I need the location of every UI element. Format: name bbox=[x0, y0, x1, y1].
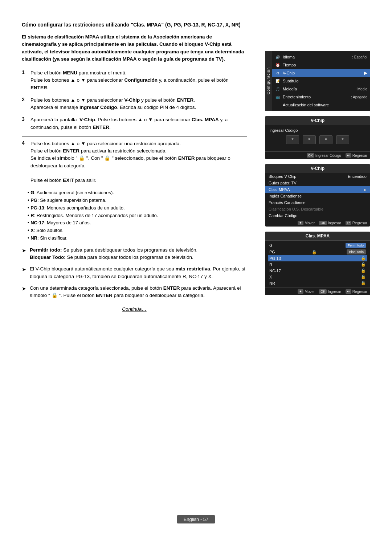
arrow-point-3: ➤ Con una determinada categoría seleccio… bbox=[22, 285, 247, 299]
footer-regresar-label: Regresar bbox=[352, 154, 367, 158]
footer-ingresar-4: OK Ingresar bbox=[319, 289, 341, 294]
cambiar-label: Cambiar Código bbox=[269, 213, 297, 218]
footer-regresar-label-3: Regresar bbox=[352, 221, 367, 225]
mpaa-pg13-label: PG-13 bbox=[269, 256, 282, 261]
ok-icon-4: OK bbox=[319, 289, 327, 294]
vchip-menu-footer: ✦ Mover OK Ingresar ↩ Regresar bbox=[265, 219, 370, 227]
frances-label: Francés Canadiense bbox=[269, 200, 306, 205]
step-1-content: Pulse el botón MENU para mostrar el menú… bbox=[30, 69, 247, 91]
sidebar-ui-panels: Configuración 🔊 Idioma : Español ⏰ Tiemp… bbox=[265, 51, 370, 300]
bloqueo-label: Bloqueo V-Chip bbox=[269, 174, 296, 179]
footer-mover-3: ✦ Mover bbox=[298, 221, 315, 225]
bullet-nr: NR: Sin clasificar. bbox=[28, 235, 247, 242]
vchip-arrow: ▶ bbox=[364, 70, 367, 76]
subtitulo-label: Subtítulo bbox=[283, 79, 367, 83]
tiempo-icon: ⏰ bbox=[275, 62, 281, 68]
clas-arrow: ▶ bbox=[364, 188, 367, 192]
step-1: 1 Pulse el botón MENU para mostrar el me… bbox=[22, 69, 247, 91]
mpaa-row-r: R 🔒 bbox=[268, 261, 367, 268]
bullet-r: R: Restringidos. Menores de 17 acompañad… bbox=[28, 212, 247, 220]
divider bbox=[22, 136, 247, 136]
vchip-menu-ingles: Inglés Canadiense bbox=[265, 193, 370, 199]
arrow-icon-1: ➤ bbox=[22, 247, 28, 254]
pin-dot-3: * bbox=[319, 135, 332, 144]
step-4-number: 4 bbox=[22, 140, 28, 146]
bullet-nc17: NC-17: Mayores de 17 años. bbox=[28, 219, 247, 227]
footer-regresar-label-4: Regresar bbox=[352, 290, 367, 294]
tiempo-label: Tiempo bbox=[283, 63, 365, 67]
ok-button-icon: OK bbox=[307, 153, 314, 158]
back-icon-4: ↩ bbox=[346, 289, 351, 294]
vchip-menu-guias: Guías pater. TV bbox=[265, 180, 370, 186]
idioma-label: Idioma bbox=[283, 55, 350, 59]
footer-ingresar-label-3: Ingresar bbox=[328, 221, 341, 225]
footer-mover-label-3: Mover bbox=[305, 221, 315, 225]
bullet-pg: PG: Se sugiere supervisión paterna. bbox=[28, 197, 247, 204]
mpaa-r-lock: 🔒 bbox=[361, 262, 366, 267]
mpaa-perm-btn: Perm. todo bbox=[346, 243, 366, 248]
mpaa-g-label: G bbox=[269, 243, 282, 248]
continua-link: Continúa… bbox=[22, 306, 247, 312]
mpaa-row-pg13: PG-13 🔒 bbox=[268, 255, 367, 261]
mpaa-x-label: X bbox=[269, 275, 282, 279]
step-2-number: 2 bbox=[22, 97, 28, 102]
back-button-icon: ↩ bbox=[346, 153, 351, 158]
mpaa-nr-label: NR bbox=[269, 281, 282, 285]
mpaa-x-lock: 🔒 bbox=[361, 274, 366, 279]
section-title: Cómo configurar las restricciones utiliz… bbox=[22, 22, 247, 28]
mpaa-pg-label: PG bbox=[269, 250, 282, 254]
bullet-x: X: Sólo adultos. bbox=[28, 227, 247, 235]
vchip-menu-label: V-Chip bbox=[283, 71, 362, 75]
footer-badge: English - 57 bbox=[177, 515, 215, 523]
footer-mover-4: ✦ Mover bbox=[298, 289, 315, 294]
mpaa-pg-lock: 🔒 bbox=[312, 250, 317, 254]
vchip-menu-clas: Clas. MPAA ▶ bbox=[265, 186, 370, 193]
step-2-content: Pulse los botones ▲ o ▼ para seleccionar… bbox=[30, 97, 196, 111]
entretenimiento-icon: 📺 bbox=[275, 94, 281, 100]
mpaa-nr-lock: 🔒 bbox=[361, 281, 366, 285]
menu-item-tiempo: ⏰ Tiempo bbox=[272, 61, 370, 69]
mpaa-r-label: R bbox=[269, 262, 282, 267]
actualizacion-icon bbox=[275, 102, 281, 108]
entretenimiento-value: : Apagado bbox=[351, 95, 367, 99]
step-4: 4 Pulse los botones ▲ o ▼ para seleccion… bbox=[22, 140, 247, 184]
ingresar-codigo-label: Ingresar Código bbox=[269, 128, 366, 133]
intro-paragraph: El sistema de clasificación MPAA utiliza… bbox=[22, 33, 247, 63]
footer-regresar-4: ↩ Regresar bbox=[346, 289, 367, 294]
mpaa-footer: ✦ Mover OK Ingresar ↩ Regresar bbox=[265, 288, 370, 295]
step-2: 2 Pulse los botones ▲ o ▼ para seleccion… bbox=[22, 97, 247, 111]
dpad-icon-3: ✦ bbox=[298, 221, 303, 225]
mpaa-row-nr: NR 🔒 bbox=[268, 280, 367, 286]
step-3-content: Aparecerá la pantalla V-Chip. Pulse los … bbox=[30, 116, 247, 131]
mpaa-panel: Clas. MPAA G Perm. todo PG 🔒 Bloq. todo … bbox=[265, 232, 370, 295]
idioma-value: : Español bbox=[352, 55, 367, 59]
mpaa-nc17-lock: 🔒 bbox=[361, 268, 366, 273]
bloqueo-value: : Encendido bbox=[346, 174, 367, 179]
menu-item-idioma: 🔊 Idioma : Español bbox=[272, 53, 370, 61]
mpaa-row-nc17: NC-17 🔒 bbox=[268, 268, 367, 274]
menu-item-vchip: ⚙ V-Chip ▶ bbox=[272, 69, 370, 77]
menu-item-melodia: 🎵 Melodía : Medio bbox=[272, 85, 370, 93]
bullet-g: G: Audiencia general (sin restricciones)… bbox=[28, 189, 247, 197]
melodia-label: Melodía bbox=[283, 87, 353, 91]
vchip-menu-cambiar: Cambiar Código bbox=[265, 212, 370, 219]
arrow-icon-3: ➤ bbox=[22, 285, 28, 293]
pin-dots: * * * * bbox=[269, 135, 366, 144]
vchip-icon: ⚙ bbox=[275, 70, 281, 76]
descargable-label: Clasificación U.S. Descargable bbox=[269, 207, 323, 211]
step-4-content: Pulse los botones ▲ o ▼ para seleccionar… bbox=[30, 140, 247, 184]
footer-regresar-3: ↩ Regresar bbox=[346, 221, 367, 225]
menu-item-actualizacion: Actualización del software bbox=[272, 101, 370, 109]
footer-regresar: ↩ Regresar bbox=[346, 153, 367, 158]
footer-ingresar: OK Ingresar Código bbox=[307, 153, 341, 158]
pin-dot-1: * bbox=[286, 135, 299, 144]
continua-text: Continúa… bbox=[122, 306, 147, 312]
guias-label: Guías pater. TV bbox=[269, 181, 297, 185]
vchip-pin-title: V-Chip bbox=[265, 116, 370, 125]
config-tab-label: Configuración bbox=[265, 51, 272, 111]
config-menu: 🔊 Idioma : Español ⏰ Tiempo ⚙ V-Chip ▶ 📝… bbox=[272, 51, 370, 111]
vchip-pin-panel: V-Chip Ingresar Código * * * * OK Ingres… bbox=[265, 116, 370, 159]
mpaa-row-g: G Perm. todo bbox=[268, 242, 367, 249]
vchip-pin-body: Ingresar Código * * * * bbox=[265, 125, 370, 151]
melodia-icon: 🎵 bbox=[275, 86, 281, 92]
